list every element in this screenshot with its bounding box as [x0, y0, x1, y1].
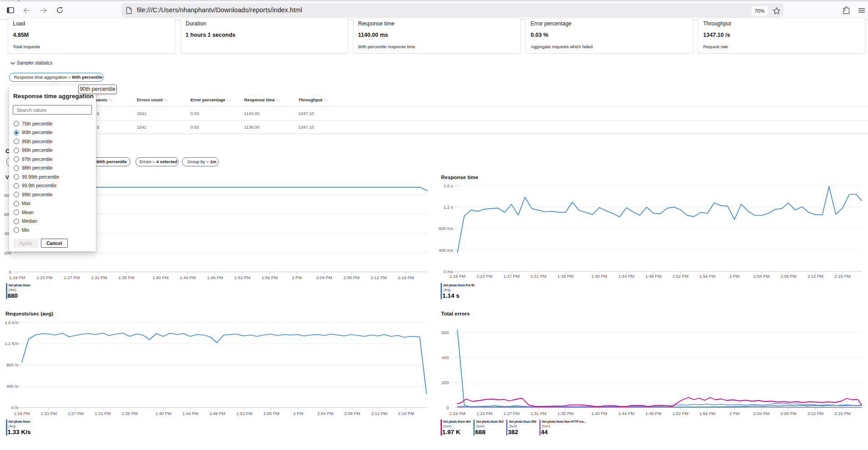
- svg-text:1.6 s: 1.6 s: [443, 183, 453, 188]
- svg-text:1:19 PM: 1:19 PM: [449, 274, 465, 279]
- svg-text:800 ms: 800 ms: [439, 226, 453, 231]
- svg-text:600: 600: [442, 330, 449, 335]
- svg-text:2:08 PM: 2:08 PM: [780, 274, 796, 279]
- svg-text:2:08 PM: 2:08 PM: [780, 411, 796, 416]
- svg-text:2:04 PM: 2:04 PM: [753, 411, 769, 416]
- svg-text:1:23 PM: 1:23 PM: [477, 274, 492, 279]
- svg-text:1:23 PM: 1:23 PM: [36, 275, 52, 280]
- svg-text:1:31 PM: 1:31 PM: [95, 411, 110, 416]
- svg-text:1.2 K/s: 1.2 K/s: [5, 341, 18, 346]
- svg-text:2:16 PM: 2:16 PM: [834, 411, 850, 416]
- svg-text:1:44 PM: 1:44 PM: [618, 411, 634, 416]
- svg-text:1:27 PM: 1:27 PM: [503, 274, 519, 279]
- svg-text:1:35 PM: 1:35 PM: [557, 274, 573, 279]
- svg-text:1:48 PM: 1:48 PM: [645, 411, 661, 416]
- svg-text:1:40 PM: 1:40 PM: [152, 275, 168, 280]
- svg-text:1:44 PM: 1:44 PM: [182, 411, 198, 416]
- svg-text:1:44 PM: 1:44 PM: [618, 274, 634, 279]
- svg-text:1:19 PM: 1:19 PM: [14, 411, 30, 416]
- svg-text:1:35 PM: 1:35 PM: [118, 275, 134, 280]
- svg-text:1:35 PM: 1:35 PM: [557, 411, 573, 416]
- svg-text:1:56 PM: 1:56 PM: [699, 274, 715, 279]
- svg-text:1:19 PM: 1:19 PM: [449, 411, 465, 416]
- svg-text:2:16 PM: 2:16 PM: [398, 275, 414, 280]
- svg-text:400: 400: [442, 355, 449, 360]
- svg-text:1.6 K/s: 1.6 K/s: [5, 320, 18, 325]
- svg-text:1:52 PM: 1:52 PM: [672, 411, 688, 416]
- svg-text:2:04 PM: 2:04 PM: [316, 275, 332, 280]
- svg-text:1:52 PM: 1:52 PM: [672, 274, 688, 279]
- svg-text:1:56 PM: 1:56 PM: [263, 411, 279, 416]
- svg-text:1:23 PM: 1:23 PM: [41, 411, 57, 416]
- svg-text:1:27 PM: 1:27 PM: [68, 411, 84, 416]
- svg-text:400 ms: 400 ms: [439, 248, 453, 253]
- svg-text:2:16 PM: 2:16 PM: [398, 411, 414, 416]
- svg-text:0 /s: 0 /s: [11, 405, 19, 410]
- svg-text:200: 200: [442, 380, 449, 385]
- svg-text:2:12 PM: 2:12 PM: [371, 275, 386, 280]
- svg-text:1:27 PM: 1:27 PM: [503, 411, 519, 416]
- svg-text:1:19 PM: 1:19 PM: [9, 275, 25, 280]
- svg-text:1:35 PM: 1:35 PM: [122, 411, 138, 416]
- svg-text:800 /s: 800 /s: [6, 362, 18, 367]
- svg-text:1:56 PM: 1:56 PM: [261, 275, 277, 280]
- svg-text:2 PM: 2 PM: [292, 275, 302, 280]
- svg-text:2 PM: 2 PM: [293, 411, 303, 416]
- svg-text:400 /s: 400 /s: [6, 384, 18, 389]
- svg-text:1:52 PM: 1:52 PM: [234, 275, 250, 280]
- svg-text:1:40 PM: 1:40 PM: [591, 274, 607, 279]
- svg-text:1:31 PM: 1:31 PM: [531, 411, 547, 416]
- svg-text:0: 0: [447, 405, 449, 410]
- svg-text:1:31 PM: 1:31 PM: [531, 274, 547, 279]
- svg-text:1:56 PM: 1:56 PM: [699, 411, 715, 416]
- svg-text:1:40 PM: 1:40 PM: [591, 411, 607, 416]
- svg-text:1:27 PM: 1:27 PM: [64, 275, 80, 280]
- svg-text:2:08 PM: 2:08 PM: [344, 411, 360, 416]
- svg-text:1:48 PM: 1:48 PM: [209, 411, 225, 416]
- svg-text:2 PM: 2 PM: [729, 411, 739, 416]
- svg-text:2:12 PM: 2:12 PM: [371, 411, 387, 416]
- svg-text:2:04 PM: 2:04 PM: [317, 411, 333, 416]
- svg-text:1:44 PM: 1:44 PM: [180, 275, 196, 280]
- svg-text:2:08 PM: 2:08 PM: [343, 275, 359, 280]
- svg-text:1:48 PM: 1:48 PM: [645, 274, 661, 279]
- svg-text:2:04 PM: 2:04 PM: [753, 274, 769, 279]
- svg-text:1:40 PM: 1:40 PM: [156, 411, 171, 416]
- svg-text:0: 0: [9, 270, 11, 275]
- svg-text:1:48 PM: 1:48 PM: [207, 275, 223, 280]
- svg-text:1:52 PM: 1:52 PM: [236, 411, 252, 416]
- svg-text:2:16 PM: 2:16 PM: [834, 274, 850, 279]
- svg-text:2:12 PM: 2:12 PM: [808, 411, 823, 416]
- svg-text:1.2 s: 1.2 s: [443, 205, 453, 210]
- svg-text:1:23 PM: 1:23 PM: [477, 411, 492, 416]
- svg-text:2:12 PM: 2:12 PM: [808, 274, 823, 279]
- svg-text:2 PM: 2 PM: [729, 274, 739, 279]
- svg-text:1:31 PM: 1:31 PM: [91, 275, 107, 280]
